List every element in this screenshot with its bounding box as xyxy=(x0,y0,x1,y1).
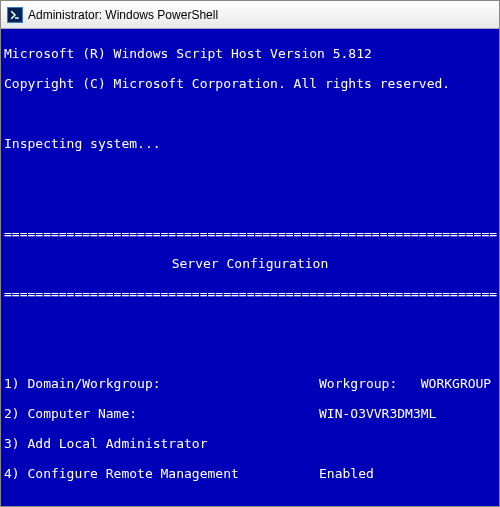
blank-line xyxy=(4,346,496,361)
config-title: Server Configuration xyxy=(4,256,496,271)
blank-line xyxy=(4,496,496,506)
script-host-version: Microsoft (R) Windows Script Host Versio… xyxy=(4,46,496,61)
menu-item: 2) Computer Name:WIN-O3VVR3DM3ML xyxy=(4,406,496,421)
window-title: Administrator: Windows PowerShell xyxy=(28,8,218,22)
inspecting-line: Inspecting system... xyxy=(4,136,496,151)
copyright-line: Copyright (C) Microsoft Corporation. All… xyxy=(4,76,496,91)
divider-top: ========================================… xyxy=(4,226,496,241)
blank-line xyxy=(4,316,496,331)
blank-line xyxy=(4,166,496,181)
window-titlebar[interactable]: Administrator: Windows PowerShell xyxy=(1,1,499,29)
menu-item: 4) Configure Remote ManagementEnabled xyxy=(4,466,496,481)
console-output[interactable]: Microsoft (R) Windows Script Host Versio… xyxy=(1,29,499,506)
blank-line xyxy=(4,196,496,211)
menu-item: 1) Domain/Workgroup:Workgroup: WORKGROUP xyxy=(4,376,496,391)
menu-item: 3) Add Local Administrator xyxy=(4,436,496,451)
powershell-icon xyxy=(7,7,23,23)
divider-bottom: ========================================… xyxy=(4,286,496,301)
blank-line xyxy=(4,106,496,121)
